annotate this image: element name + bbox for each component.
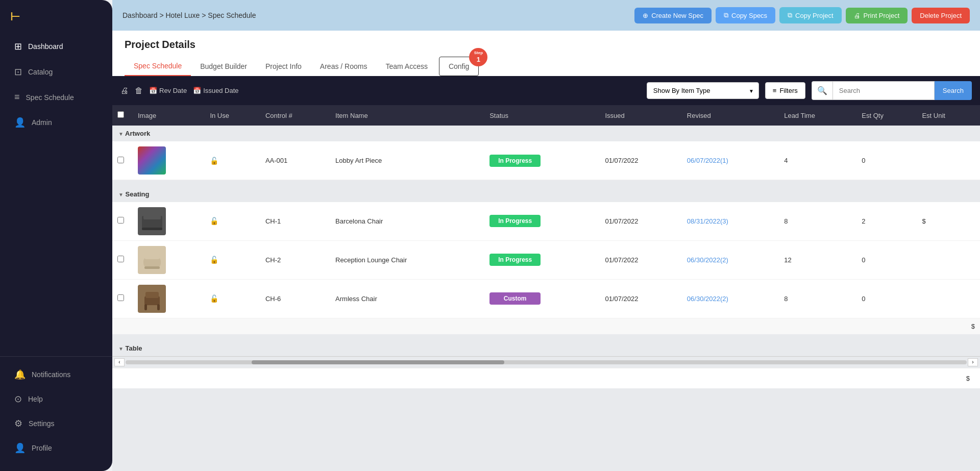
dashboard-icon: ⊞	[14, 41, 22, 52]
delete-project-button[interactable]: Delete Project	[912, 8, 970, 23]
breadcrumb: Dashboard > Hotel Luxe > Spec Schedule	[122, 11, 256, 19]
copy-specs-button[interactable]: ⧉ Copy Specs	[716, 7, 775, 23]
search-icon: 🔍	[812, 81, 832, 100]
tab-project-info[interactable]: Project Info	[256, 57, 311, 76]
tab-areas-rooms[interactable]: Areas / Rooms	[311, 57, 377, 76]
row-checkbox[interactable]	[117, 157, 124, 163]
show-by-dropdown[interactable]: Show By Item Type	[647, 82, 759, 99]
row-status-cell: In Progress	[484, 141, 600, 180]
row-checkbox-cell	[112, 141, 133, 180]
tab-team-access[interactable]: Team Access	[376, 57, 436, 76]
armless-chair-svg	[139, 286, 165, 311]
filters-button[interactable]: ≡ Filters	[765, 82, 805, 99]
help-icon: ⊙	[14, 393, 22, 405]
search-container: 🔍 Search	[812, 81, 972, 100]
row-revised-cell: 06/07/2022(1)	[682, 141, 779, 180]
sidebar-item-dashboard[interactable]: ⊞ Dashboard	[4, 35, 108, 58]
tab-spec-schedule[interactable]: Spec Schedule	[125, 57, 191, 76]
table-row: 🔓 CH-1 Barcelona Chair In Progress 01/07…	[112, 202, 980, 241]
page-title: Project Details	[125, 39, 968, 51]
tab-budget-builder[interactable]: Budget Builder	[191, 57, 256, 76]
lock-icon[interactable]: 🔓	[210, 217, 218, 225]
sidebar: ⊢ ⊞ Dashboard ⊡ Catalog ≡ Spec Schedule …	[0, 0, 112, 471]
sidebar-item-label: Notifications	[32, 370, 70, 379]
sidebar-item-label: Spec Schedule	[26, 93, 74, 102]
table-row: 🔓 AA-001 Lobby Art Piece In Progress 01/…	[112, 141, 980, 180]
svg-rect-9	[145, 292, 159, 298]
scroll-track[interactable]	[126, 360, 967, 364]
sidebar-logo: ⊢	[0, 0, 112, 29]
tab-config[interactable]: Config Step 1	[439, 57, 479, 76]
lock-icon[interactable]: 🔓	[210, 294, 218, 303]
row-checkbox[interactable]	[117, 256, 124, 262]
horizontal-scrollbar[interactable]: ‹ ›	[112, 356, 980, 368]
sidebar-item-catalog[interactable]: ⊡ Catalog	[4, 60, 108, 84]
rev-date-icon[interactable]: 📅 Rev Date	[149, 87, 187, 94]
svg-rect-4	[144, 266, 160, 269]
sidebar-item-settings[interactable]: ⚙ Settings	[4, 412, 108, 435]
col-control: Control #	[260, 105, 330, 126]
lock-icon[interactable]: 🔓	[210, 157, 218, 165]
admin-icon: 👤	[14, 117, 26, 128]
category-row-artwork[interactable]: ▼ Artwork	[112, 126, 980, 141]
svg-rect-1	[142, 228, 162, 230]
item-image-armless	[138, 285, 166, 313]
copy-project-button[interactable]: ⧉ Copy Project	[779, 7, 841, 23]
status-badge: In Progress	[489, 254, 541, 266]
svg-rect-2	[143, 213, 161, 219]
col-in-use: In Use	[205, 105, 260, 126]
sidebar-item-spec-schedule[interactable]: ≡ Spec Schedule	[4, 86, 108, 109]
status-badge: In Progress	[489, 155, 541, 167]
revised-link[interactable]: 06/30/2022(2)	[687, 295, 728, 303]
col-status: Status	[484, 105, 600, 126]
sidebar-item-label: Settings	[29, 419, 55, 428]
svg-rect-7	[144, 304, 147, 310]
col-checkbox	[112, 105, 133, 126]
seating-footer-row: $	[112, 318, 980, 334]
sidebar-item-help[interactable]: ⊙ Help	[4, 387, 108, 411]
row-in-use-cell: 🔓	[205, 141, 260, 180]
select-all-checkbox[interactable]	[117, 111, 124, 118]
row-checkbox[interactable]	[117, 217, 124, 224]
revised-link[interactable]: 06/30/2022(2)	[687, 256, 728, 264]
row-checkbox[interactable]	[117, 294, 124, 301]
bottom-footer-value: $	[966, 375, 970, 382]
copy-icon: ⧉	[724, 11, 728, 19]
print-toolbar-icon[interactable]: 🖨	[120, 86, 129, 95]
lock-icon[interactable]: 🔓	[210, 256, 218, 264]
sidebar-item-profile[interactable]: 👤 Profile	[4, 436, 108, 460]
filter-icon: ≡	[773, 87, 777, 94]
table-toolbar: 🖨 🗑 📅 Rev Date 📅 Issued Date Show By Ite…	[112, 76, 980, 105]
sidebar-item-notifications[interactable]: 🔔 Notifications	[4, 363, 108, 386]
row-est-qty-cell: 0	[856, 141, 917, 180]
catalog-icon: ⊡	[14, 66, 22, 78]
table-container: 🖨 🗑 📅 Rev Date 📅 Issued Date Show By Ite…	[112, 76, 980, 471]
svg-rect-8	[157, 304, 160, 310]
delete-toolbar-icon[interactable]: 🗑	[135, 86, 143, 95]
scroll-thumb[interactable]	[252, 360, 504, 364]
scroll-left-button[interactable]: ‹	[114, 358, 125, 366]
sidebar-item-label: Profile	[32, 444, 52, 452]
col-image: Image	[133, 105, 205, 126]
search-button[interactable]: Search	[935, 81, 972, 100]
show-by-dropdown-wrapper: Show By Item Type	[647, 82, 759, 99]
row-control-cell: AA-001	[260, 141, 330, 180]
issued-date-icon[interactable]: 📅 Issued Date	[193, 87, 238, 94]
main-content: Dashboard > Hotel Luxe > Spec Schedule ⊕…	[112, 0, 980, 471]
print-project-button[interactable]: 🖨 Print Project	[846, 8, 908, 23]
chevron-right-icon: ▼	[118, 346, 124, 352]
revised-link[interactable]: 06/07/2022(1)	[687, 157, 728, 164]
item-image-lounge	[138, 246, 166, 274]
print-icon: 🖨	[854, 12, 861, 19]
search-input[interactable]	[832, 81, 935, 100]
col-issued: Issued	[600, 105, 681, 126]
scroll-right-button[interactable]: ›	[968, 358, 978, 366]
sidebar-item-admin[interactable]: 👤 Admin	[4, 111, 108, 134]
table-row: 🔓 CH-2 Reception Lounge Chair In Progres…	[112, 240, 980, 279]
create-new-spec-button[interactable]: ⊕ Create New Spec	[634, 8, 712, 23]
lounge-chair-svg	[139, 247, 165, 272]
revised-link[interactable]: 08/31/2022(3)	[687, 217, 728, 225]
category-row-seating[interactable]: ▼ Seating	[112, 186, 980, 202]
category-row-table[interactable]: ▼ Table	[112, 340, 980, 356]
col-est-qty: Est Qty	[856, 105, 917, 126]
